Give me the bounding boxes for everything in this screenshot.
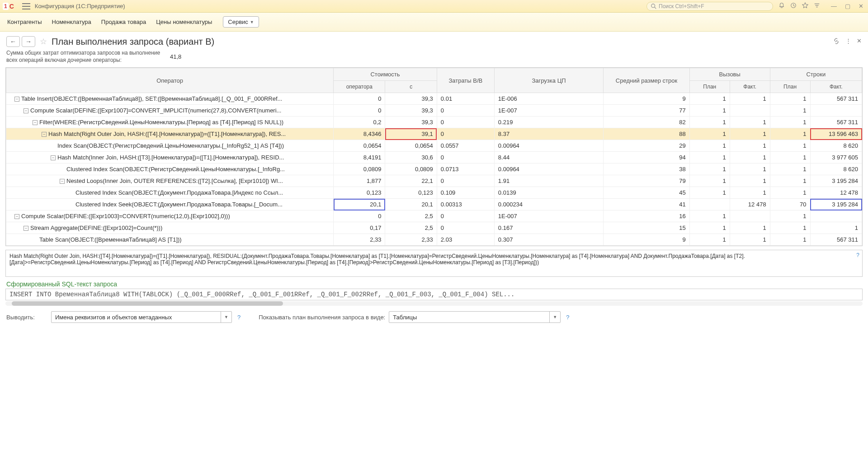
table-row[interactable]: −Compute Scalar(DEFINE:([Expr1003]=CONVE… — [6, 210, 862, 222]
table-row[interactable]: −Compute Scalar(DEFINE:([Expr1007]=CONVE… — [6, 105, 862, 117]
table-cell: Clustered Index Scan(OBJECT:(Документ.Пр… — [6, 187, 334, 199]
nav-forward-button[interactable]: → — [22, 36, 35, 47]
toggle-icon[interactable]: − — [24, 108, 28, 113]
table-row[interactable]: −Hash Match(Right Outer Join, HASH:([T4]… — [6, 128, 862, 140]
table-cell: 1 — [770, 210, 810, 222]
th-cost[interactable]: Стоимость — [334, 68, 437, 81]
service-button[interactable]: Сервис▼ — [223, 16, 259, 28]
help-icon[interactable]: ? — [564, 314, 571, 321]
toggle-icon[interactable]: − — [14, 97, 19, 102]
menu-sale[interactable]: Продажа товара — [100, 17, 147, 27]
table-cell: 39,3 — [385, 117, 437, 128]
table-row[interactable]: −Stream Aggregate(DEFINE:([Expr1002]=Cou… — [6, 222, 862, 234]
table-cell: 45 — [604, 187, 690, 199]
table-cell: 0 — [437, 175, 494, 187]
chevron-down-icon[interactable]: ▼ — [221, 312, 231, 322]
th-cost-op[interactable]: оператора — [334, 81, 385, 93]
table-cell: 1 — [689, 187, 730, 199]
table-cell: 94 — [604, 152, 690, 163]
table-row[interactable]: Clustered Index Scan(OBJECT:(РегистрСвед… — [6, 163, 862, 175]
table-cell: 1 — [689, 105, 730, 117]
table-cell: 0 — [437, 105, 494, 117]
table-row[interactable]: Table Scan(OBJECT:([ВременнаяТаблица8] A… — [6, 234, 862, 246]
toggle-icon[interactable]: − — [60, 179, 65, 184]
table-cell: Table Scan(OBJECT:([ВременнаяТаблица8] A… — [6, 234, 334, 246]
table-row[interactable]: −Hash Match(Inner Join, HASH:([T3].[Номе… — [6, 152, 862, 163]
th-rows[interactable]: Строки — [770, 68, 862, 81]
table-cell: −Filter(WHERE:(РегистрСведений.ЦеныНомен… — [6, 117, 334, 128]
th-rows-plan[interactable]: План — [770, 81, 810, 93]
close-page-button[interactable]: ✕ — [857, 37, 862, 46]
maximize-button[interactable]: ▢ — [843, 3, 852, 9]
menu-contragents[interactable]: Контрагенты — [6, 17, 43, 27]
minimize-button[interactable]: — — [829, 3, 839, 9]
th-calls[interactable]: Вызовы — [689, 68, 770, 81]
th-cost-c[interactable]: с — [385, 81, 437, 93]
table-cell: 13 596 463 — [810, 128, 862, 140]
close-button[interactable]: ✕ — [857, 3, 865, 9]
table-cell: 0.000234 — [494, 199, 603, 210]
table-cell: 29 — [604, 140, 690, 152]
toggle-icon[interactable]: − — [14, 214, 19, 219]
output-dropdown[interactable]: Имена реквизитов и объектов метаданных ▼ — [51, 311, 232, 323]
bell-icon[interactable] — [778, 2, 785, 10]
app-title: Конфигурация (1С:Предприятие) — [35, 3, 125, 9]
help-icon[interactable]: ? — [236, 314, 242, 321]
table-cell: 567 311 — [810, 234, 862, 246]
table-row[interactable]: −Table Insert(OBJECT:([ВременнаяТаблица8… — [6, 93, 862, 105]
history-icon[interactable] — [790, 2, 797, 10]
nav-back-button[interactable]: ← — [6, 36, 20, 47]
th-calls-fact[interactable]: Факт. — [730, 81, 770, 93]
th-calls-plan[interactable]: План — [689, 81, 730, 93]
th-cpu[interactable]: Загрузка ЦП — [494, 68, 603, 93]
table-cell: 0.00964 — [494, 140, 603, 152]
table-cell: 2,5 — [385, 210, 437, 222]
view-dropdown[interactable]: Таблицы ▼ — [389, 311, 561, 323]
th-io[interactable]: Затраты В/В — [437, 68, 494, 93]
sql-scrollbar[interactable] — [5, 301, 863, 306]
table-cell: 8,4346 — [334, 128, 385, 140]
chevron-down-icon: ▼ — [250, 20, 254, 24]
plan-table[interactable]: Оператор Стоимость Затраты В/В Загрузка … — [5, 67, 863, 246]
table-cell: −Compute Scalar(DEFINE:([Expr1003]=CONVE… — [6, 210, 334, 222]
table-cell: 0.109 — [437, 187, 494, 199]
toggle-icon[interactable]: − — [42, 132, 47, 137]
menu-prices[interactable]: Цены номенклатуры — [155, 17, 213, 27]
sql-text-box[interactable]: INSERT INTO ВременнаяТаблица8 WITH(TABLO… — [5, 289, 863, 300]
menu-nomenclature[interactable]: Номенклатура — [51, 17, 92, 27]
th-rows-fact[interactable]: Факт. — [810, 81, 862, 93]
th-rowsize[interactable]: Средний размер строк — [604, 68, 690, 93]
table-cell: 2,5 — [385, 222, 437, 234]
table-cell — [730, 210, 770, 222]
table-row[interactable]: Index Scan(OBJECT:(РегистрСведений.ЦеныН… — [6, 140, 862, 152]
table-cell: 1 — [730, 93, 770, 105]
table-cell: 0 — [437, 128, 494, 140]
table-cell: 0 — [334, 93, 385, 105]
kebab-icon[interactable]: ⋮ — [845, 37, 851, 46]
toggle-icon[interactable]: − — [33, 120, 38, 125]
star-icon[interactable] — [802, 2, 808, 10]
chevron-down-icon[interactable]: ▼ — [549, 312, 560, 322]
table-cell: 0,0809 — [385, 163, 437, 175]
help-icon[interactable]: ? — [856, 252, 859, 258]
table-row[interactable]: −Nested Loops(Inner Join, OUTER REFERENC… — [6, 175, 862, 187]
th-operator[interactable]: Оператор — [6, 68, 334, 93]
table-cell: 1 — [689, 234, 730, 246]
filter-icon[interactable] — [814, 2, 820, 10]
table-cell: −Hash Match(Right Outer Join, HASH:([T4]… — [6, 128, 334, 140]
table-cell: 0 — [334, 105, 385, 117]
table-row[interactable]: −Filter(WHERE:(РегистрСведений.ЦеныНомен… — [6, 117, 862, 128]
toggle-icon[interactable]: − — [51, 155, 56, 160]
table-cell: 0 — [334, 210, 385, 222]
table-cell — [810, 105, 862, 117]
table-cell: 1 — [770, 187, 810, 199]
toggle-icon[interactable]: − — [24, 226, 28, 231]
link-icon[interactable] — [833, 37, 840, 46]
table-row[interactable]: Clustered Index Seek(OBJECT:(Документ.Пр… — [6, 199, 862, 210]
favorite-star-icon[interactable]: ☆ — [40, 37, 47, 47]
table-cell: 0.307 — [494, 234, 603, 246]
search-input[interactable]: Поиск Ctrl+Shift+F — [646, 2, 773, 11]
hamburger-icon[interactable] — [22, 3, 30, 9]
table-row[interactable]: Clustered Index Scan(OBJECT:(Документ.Пр… — [6, 187, 862, 199]
detail-text-box[interactable]: Hash Match(Right Outer Join, HASH:([T4].… — [5, 250, 863, 277]
